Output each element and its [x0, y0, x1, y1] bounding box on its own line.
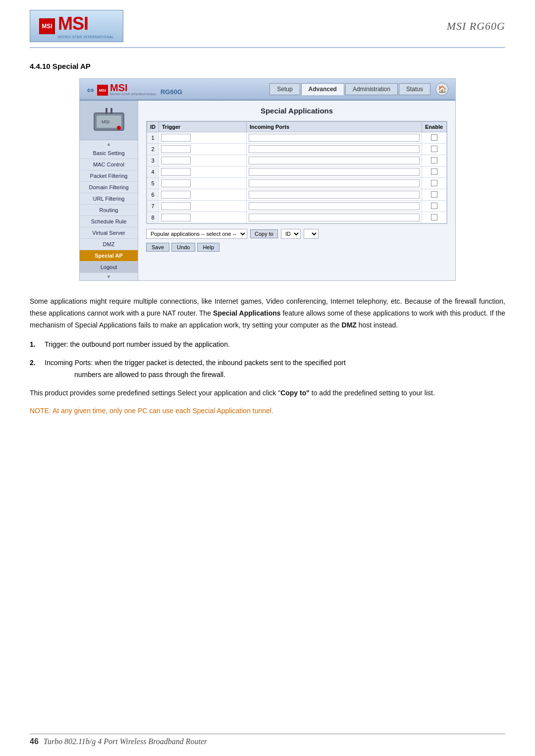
sidebar-item-special-ap[interactable]: Special AP	[80, 250, 138, 262]
special-app-table-container: ID Trigger Incoming Ports Enable 1	[146, 121, 447, 224]
trigger-cell-7	[159, 201, 247, 212]
enable-checkbox-3[interactable]	[431, 157, 437, 163]
body-paragraph-2: This product provides some predefined se…	[30, 387, 505, 399]
trigger-input-1[interactable]	[161, 134, 191, 142]
model-name: MSI RG60G	[447, 20, 505, 33]
svg-rect-3	[106, 108, 107, 114]
enable-checkbox-2[interactable]	[431, 146, 437, 152]
col-header-id: ID	[147, 122, 159, 132]
help-button[interactable]: Help	[197, 243, 219, 252]
sidebar-item-basic-setting[interactable]: Basic Setting	[80, 148, 138, 159]
nav-tab-setup[interactable]: Setup	[269, 83, 300, 95]
router-model-label: RG60G	[160, 88, 182, 96]
trigger-input-3[interactable]	[161, 157, 191, 164]
body-paragraph-1: Some applications might require multiple…	[30, 296, 505, 331]
incoming-indent: numbers are allowed to pass through the …	[74, 369, 505, 380]
sidebar-item-domain-filtering[interactable]: Domain Filtering	[80, 182, 138, 193]
trigger-input-7[interactable]	[161, 202, 191, 210]
enable-cell-6	[422, 189, 447, 201]
term-incoming-ports: Incoming Ports	[45, 359, 91, 367]
enable-cell-1	[422, 132, 447, 144]
bold-special-apps: Special Applications	[213, 309, 280, 317]
row-id-5: 5	[147, 178, 159, 189]
scroll-down[interactable]: ▼	[80, 273, 138, 280]
footer-title: Turbo 802.11b/g 4 Port Wireless Broadban…	[44, 737, 208, 746]
sidebar-item-packet-filtering[interactable]: Packet Filtering	[80, 170, 138, 182]
desc-incoming-part1: : when the trigger packet is detected, t…	[91, 359, 345, 367]
sidebar-item-virtual-server[interactable]: Virtual Server	[80, 227, 138, 239]
incoming-input-8[interactable]	[249, 214, 420, 221]
nav-tab-advanced[interactable]: Advanced	[301, 83, 344, 95]
row-id-7: 7	[147, 201, 159, 212]
row-id-3: 3	[147, 155, 159, 166]
trigger-input-4[interactable]	[161, 168, 191, 176]
copy-to-id-select[interactable]: ID 1234 5678	[281, 229, 301, 239]
enable-checkbox-1[interactable]	[431, 134, 437, 141]
trigger-cell-1	[159, 132, 247, 144]
router-device-image: MSI	[80, 101, 138, 140]
router-body: MSI ▲ Basic Setting MAC Control Packet F…	[80, 101, 455, 280]
popular-apps-select[interactable]: Popular applications -- select one --	[146, 229, 247, 239]
router-msi-text: MSI	[110, 83, 157, 93]
trigger-cell-6	[159, 189, 247, 201]
row-id-8: 8	[147, 212, 159, 223]
popular-apps-controls: Popular applications -- select one -- Co…	[146, 229, 447, 239]
svg-text:MSI: MSI	[102, 119, 109, 124]
trigger-input-5[interactable]	[161, 179, 191, 187]
col-header-incoming: Incoming Ports	[247, 122, 422, 132]
router-main-content: Special Applications ID Trigger Incoming…	[138, 101, 455, 280]
sidebar-item-logout[interactable]: Logout	[80, 262, 138, 273]
list-num-1: 1.	[30, 339, 45, 350]
router-msi-icon: MSI	[97, 85, 108, 96]
enable-checkbox-6[interactable]	[431, 191, 437, 198]
router-home-icon[interactable]: 🏠	[435, 83, 448, 96]
incoming-input-2[interactable]	[249, 145, 420, 153]
save-button[interactable]: Save	[146, 243, 169, 252]
incoming-input-7[interactable]	[249, 202, 420, 210]
incoming-input-4[interactable]	[249, 168, 420, 176]
enable-checkbox-7[interactable]	[431, 203, 437, 209]
incoming-input-1[interactable]	[249, 134, 420, 142]
router-sidebar: MSI ▲ Basic Setting MAC Control Packet F…	[80, 101, 138, 280]
enable-cell-4	[422, 166, 447, 178]
incoming-input-6[interactable]	[249, 191, 420, 199]
sidebar-item-url-filtering[interactable]: URL Filtering	[80, 193, 138, 205]
row-id-6: 6	[147, 189, 159, 201]
col-header-trigger: Trigger	[159, 122, 247, 132]
incoming-input-3[interactable]	[249, 157, 420, 164]
enable-cell-7	[422, 201, 447, 212]
svg-rect-4	[110, 108, 112, 114]
sidebar-item-dmz[interactable]: DMZ	[80, 239, 138, 250]
logo-subtitle: MICRO-STAR INTERNATIONAL	[58, 35, 114, 39]
term-trigger: Trigger	[45, 340, 66, 348]
nav-tab-status[interactable]: Status	[399, 83, 430, 95]
undo-button[interactable]: Undo	[171, 243, 195, 252]
enable-cell-3	[422, 155, 447, 166]
list-content-1: Trigger: the outbound port number issued…	[45, 339, 505, 350]
trigger-input-2[interactable]	[161, 145, 191, 153]
row-id-2: 2	[147, 144, 159, 155]
trigger-input-8[interactable]	[161, 214, 191, 221]
table-row: 8	[147, 212, 447, 223]
router-arrow-icon: ⇔	[87, 85, 94, 96]
sidebar-item-mac-control[interactable]: MAC Control	[80, 159, 138, 170]
trigger-input-6[interactable]	[161, 191, 191, 199]
incoming-input-5[interactable]	[249, 179, 420, 187]
copy-to-button[interactable]: Copy to	[250, 229, 278, 238]
sidebar-item-schedule-rule[interactable]: Schedule Rule	[80, 216, 138, 227]
table-row: 1	[147, 132, 447, 144]
table-row: 6	[147, 189, 447, 201]
action-buttons: Save Undo Help	[146, 243, 447, 252]
list-item-1: 1. Trigger: the outbound port number iss…	[30, 339, 505, 350]
enable-checkbox-4[interactable]	[431, 168, 437, 175]
scroll-up[interactable]: ▲	[80, 140, 138, 148]
enable-checkbox-8[interactable]	[431, 214, 437, 220]
copy-to-sub-select[interactable]: ▼	[304, 229, 319, 239]
sidebar-item-routing[interactable]: Routing	[80, 205, 138, 216]
logo-msi-text: MSI	[58, 13, 114, 34]
nav-tab-administration[interactable]: Administration	[345, 83, 398, 95]
col-header-enable: Enable	[422, 122, 447, 132]
page-footer: 46 Turbo 802.11b/g 4 Port Wireless Broad…	[30, 734, 505, 746]
note-text: NOTE: At any given time, only one PC can…	[30, 407, 505, 415]
enable-checkbox-5[interactable]	[431, 180, 437, 186]
